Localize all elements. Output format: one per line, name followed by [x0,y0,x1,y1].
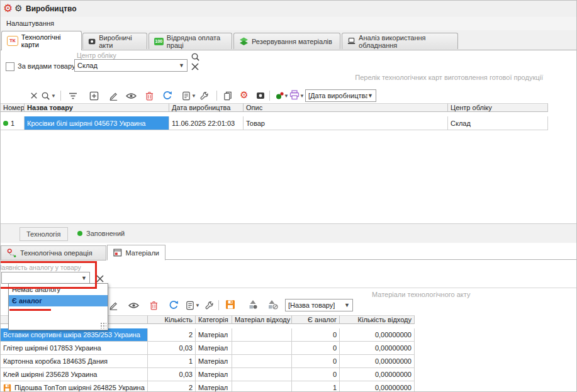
chevron-down-icon[interactable]: ▼ [51,93,56,99]
analog-availability-combo[interactable]: ▼ [1,272,90,284]
name-sort-combo[interactable]: [Назва товару] ▼ [285,299,353,311]
tab-tech-cards[interactable]: ТК Технологічні карти [1,31,82,50]
table-row[interactable]: Підошва ТопТоп шкіряні 264825 Украина 2 … [1,381,415,392]
tab-tech-operation[interactable]: Технологічна операція [1,245,106,260]
status-badge: Заповнений [86,230,125,237]
refresh-icon[interactable] [168,300,179,311]
by-product-kind-checkbox[interactable] [6,62,14,71]
analog-dropdown-list: Немає аналогу Є аналог [8,283,108,330]
list-form-icon[interactable] [184,300,196,311]
center-of-account-label: Центр обліку [77,52,116,59]
name-sort-value: [Назва товару] [288,301,335,309]
by-product-kind-label: За видами товару [18,62,75,70]
tab-production-acts[interactable]: Виробничі акти [82,33,147,49]
print-icon[interactable] [289,89,300,101]
tab-piecework-pay[interactable]: 100 Відрядна оплата праці [148,33,232,49]
view-eye-icon[interactable] [128,300,139,311]
tk-badge-icon: ТК [7,36,18,46]
save-diskette-icon[interactable] [225,299,236,310]
tab-equipment-analysis[interactable]: Аналіз використання обладнання [342,33,458,49]
material-name-cell[interactable]: Вставки спортивні шкіра 2835/253 Украина [1,328,148,342]
delete-trash-icon[interactable] [143,90,155,101]
dropdown-option-no-analog[interactable]: Немає аналогу [9,284,108,295]
list-form-icon[interactable] [181,90,192,101]
annotation-red-underline [9,309,51,311]
filled-dot-icon [77,231,82,236]
column-header[interactable]: Є аналог [292,315,340,324]
add-icon[interactable] [88,90,99,101]
menu-settings[interactable]: Налаштування [4,20,57,27]
column-header[interactable]: Кількість відходу [340,315,415,324]
dropdown-option-has-analog[interactable]: Є аналог [9,295,108,306]
column-header[interactable]: Назва товару [25,103,169,112]
title-bar: ⚙ ⚙ Виробництво [1,1,577,18]
tab-technology[interactable]: Технологія [20,227,68,241]
laptop-icon [347,37,356,45]
column-header[interactable]: Дата виробництва [169,103,244,112]
column-header[interactable]: Матеріал відходу [232,315,292,324]
page-title: Виробництво [26,4,77,13]
material-name-cell[interactable]: Підошва ТопТоп шкіряні 264825 Украина [1,381,148,392]
tab-label: Аналіз використання обладнання [359,34,452,49]
search-icon[interactable] [40,90,51,101]
chevron-down-icon[interactable]: ▼ [300,93,305,99]
material-name-cell[interactable]: Картонна коробка 184635 Дания [1,355,148,368]
chevron-down-icon[interactable]: ▼ [195,303,200,308]
material-name-cell[interactable]: Клей шкіряні 235628 Украина [1,368,148,381]
column-header[interactable]: Центр обліку [448,103,548,112]
tech-table-header: Номер Назва товару Дата виробництва Опис… [1,103,548,112]
table-row[interactable]: Картонна коробка 184635 Дания 1 Матеріал… [1,355,415,368]
settings-gear-icon[interactable]: ⚙ [238,89,250,101]
chevron-down-icon: ▼ [179,62,187,69]
clear-search-icon[interactable] [28,90,40,101]
clear-filter-icon[interactable] [189,61,201,72]
table-row[interactable]: Клей шкіряні 235628 Украина 0,03 Матеріа… [1,368,415,381]
tab-materials[interactable]: Матеріали [107,245,165,260]
table-row[interactable]: Вставки спортивні шкіра 2835/253 Украина… [1,328,415,342]
tab-label: Технологічна операція [20,249,92,257]
resize-grip[interactable] [100,322,106,328]
chevron-down-icon[interactable]: ▼ [191,93,196,99]
ungroup-shapes-icon[interactable] [267,299,278,310]
copy-icon[interactable] [222,90,233,101]
view-eye-icon[interactable] [125,90,137,101]
chevron-down-icon: ▼ [81,275,89,281]
column-header[interactable]: Кількість [148,315,196,324]
tech-cards-caption: Перелік технологічних карт виготовлення … [265,74,543,81]
tab-material-reserve[interactable]: Резервування матеріалів [233,33,340,49]
column-header[interactable]: Опис [244,103,448,112]
table-row[interactable]: 1 Кросівки білі шкіряні 045673 Украина 1… [1,116,548,130]
column-header[interactable]: Номер [1,103,25,112]
sort-field-combo[interactable]: [Дата виробництва] (пр ▼ [305,89,376,102]
center-cell: Склад [448,116,548,130]
status-dot-icon [3,121,8,126]
table-row[interactable]: Глітер шкіряні 017853 Украина 0,03 Матер… [1,342,415,355]
center-of-account-combo[interactable]: Склад ▼ [74,59,188,72]
edit-pencil-icon[interactable] [108,90,119,101]
save-diskette-icon [3,384,11,392]
sort-field-value: [Дата виробництва] (пр [308,92,367,99]
route-pin-icon [7,249,16,258]
tab-label: Виробничі акти [99,34,142,49]
tab-label: Технологічні карти [21,33,76,48]
pay-100-icon: 100 [154,38,164,45]
edit-pencil-icon[interactable] [108,300,119,311]
filter-icon[interactable] [67,90,79,101]
menu-bar: Налаштування [1,17,577,31]
production-act-icon[interactable] [255,90,266,101]
column-header[interactable]: Категорія [196,315,232,324]
main-tab-strip: ТК Технологічні карти Виробничі акти 100… [1,30,577,50]
product-name-cell[interactable]: Кросівки білі шкіряні 045673 Украина [25,116,169,130]
materials-window-icon [113,249,122,257]
material-name-cell[interactable]: Глітер шкіряні 017853 Украина [1,342,148,355]
tab-filled-status[interactable]: Заповнений [71,227,131,240]
group-shapes-icon[interactable] [247,299,259,310]
chevron-down-icon: ▼ [367,92,376,99]
chevron-down-icon[interactable]: ▼ [284,93,289,99]
app-window: ⚙ ⚙ Виробництво Налаштування ТК Технолог… [0,0,577,392]
refresh-icon[interactable] [162,90,173,101]
wrench-icon[interactable] [203,300,215,311]
delete-trash-icon[interactable] [148,300,159,311]
analog-availability-label: Наявність аналогу у товару [0,264,81,271]
wrench-icon[interactable] [198,90,210,101]
